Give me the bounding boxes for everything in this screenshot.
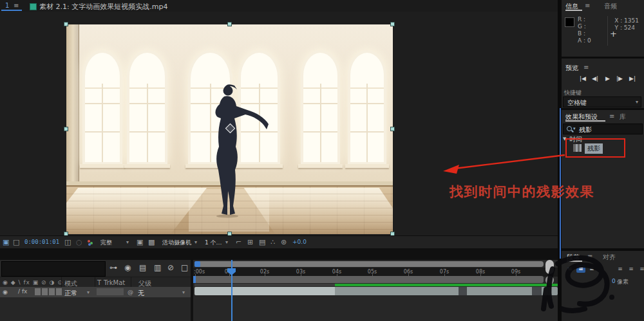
frame-blend-icon[interactable]: ▤ — [139, 263, 146, 272]
parent-pickwhip-icon[interactable]: @ — [128, 289, 133, 295]
shortcut-dropdown[interactable]: 空格键 ▾ — [563, 96, 641, 107]
info-a: A : 0 — [578, 37, 591, 44]
current-timecode[interactable]: 0:00:01:01 — [24, 239, 59, 245]
always-preview-icon[interactable]: ▣ — [3, 238, 9, 246]
info-x: X : 1351 — [614, 17, 639, 24]
info-r: R : — [578, 16, 585, 23]
layer-duration-bar[interactable] — [194, 287, 558, 295]
chevron-down-icon[interactable]: ▾ — [87, 289, 90, 295]
region-of-interest-icon[interactable]: ▣ — [137, 238, 143, 246]
next-frame-button[interactable]: |▶ — [616, 75, 623, 82]
footage-color-icon — [30, 3, 37, 10]
chevron-down-icon[interactable]: ▾ — [182, 289, 185, 295]
blend-mode-dropdown[interactable]: 正常 — [64, 289, 77, 298]
layer-visibility-icon[interactable]: ◉ — [3, 289, 8, 295]
indent-value[interactable]: 0 — [612, 278, 616, 284]
panel-menu-icon[interactable]: ≡ — [583, 64, 589, 71]
justify-left-icon[interactable]: ≡ — [616, 265, 625, 273]
panel-menu-icon[interactable]: ≡ — [609, 113, 614, 120]
panel-menu-icon[interactable]: ≡ — [14, 2, 19, 9]
viewer-toolbar: ▣ □ 0:00:01:01 ◫ ○ 完整 ▾ ▣ ▩ 活动摄像机 ▾ 1 个…… — [0, 235, 558, 249]
timeline-navigator-bar[interactable] — [194, 261, 544, 267]
view-layout-icon[interactable]: □ — [13, 238, 19, 246]
motion-blur-icon[interactable]: ▥ — [154, 263, 161, 272]
color-swatch — [565, 17, 574, 27]
tab-preview[interactable]: 预览 — [565, 64, 578, 73]
play-button[interactable]: ▶ — [605, 75, 610, 82]
fast-preview-icon[interactable]: ⊛ — [281, 238, 287, 246]
footage-tab-title[interactable]: 素材 2.1: 文字动画效果短视频实战.mp4 — [39, 2, 167, 12]
info-b: B : — [578, 30, 585, 37]
justify-center-icon[interactable]: ≡ — [627, 265, 636, 273]
mini-flowchart-icon[interactable]: ⊶ — [109, 263, 117, 272]
brainstorm-icon[interactable]: ⊘ — [167, 263, 174, 272]
align-right-icon[interactable]: ≡ — [587, 265, 596, 273]
camera-view-dropdown[interactable]: 活动摄像机 — [162, 239, 191, 247]
arched-window — [301, 50, 340, 165]
selection-handle[interactable] — [64, 22, 68, 26]
search-icon — [567, 126, 572, 131]
tab-library[interactable]: 库 — [620, 113, 626, 122]
snapshot-icon[interactable]: ◫ — [64, 238, 71, 246]
playhead-line[interactable] — [231, 260, 232, 321]
arched-window — [127, 50, 167, 165]
show-snapshot-icon[interactable]: ○ — [76, 238, 82, 246]
work-area-start[interactable] — [193, 276, 196, 283]
pixel-aspect-icon[interactable]: ∴ — [270, 238, 275, 246]
first-frame-button[interactable]: |◀ — [580, 75, 586, 82]
t-column-header[interactable]: T — [97, 279, 101, 286]
footage-layer[interactable] — [66, 24, 393, 234]
panel-menu-icon[interactable]: ≡ — [587, 253, 592, 260]
selection-handle[interactable] — [390, 127, 395, 131]
mask-visibility-icon[interactable]: ⊞ — [247, 238, 253, 246]
transparency-grid-icon[interactable]: ▩ — [148, 238, 155, 246]
chevron-down-icon[interactable]: ▾ — [126, 239, 129, 245]
grid-guides-icon[interactable]: ⌐ — [236, 238, 242, 246]
view-count-dropdown[interactable]: 1 个… — [205, 239, 222, 247]
trkmat-dropdown[interactable] — [97, 288, 124, 295]
last-frame-button[interactable]: ▶| — [629, 75, 636, 82]
effects-search-box[interactable]: ▾ 残影 — [563, 124, 643, 134]
graph-editor-icon[interactable]: □ — [181, 263, 188, 272]
footage-panel-tabbar: 1 ≡ 素材 2.1: 文字动画效果短视频实战.mp4 — [0, 0, 558, 12]
parent-dropdown[interactable]: 无 — [138, 289, 144, 298]
magnification-dropdown[interactable]: 完整 — [100, 239, 112, 247]
active-tab-underline — [1, 10, 22, 11]
previous-frame-button[interactable]: ◀| — [592, 75, 598, 82]
layer-row[interactable]: ◉ / fx 正常 ▾ @ 无 ▾ — [0, 287, 191, 298]
exposure-value[interactable]: +0.0 — [292, 239, 307, 245]
chevron-down-icon: ▾ — [573, 126, 576, 131]
timeline-graph-area: :00s 01s 02s 03s 04s 05s 06s 07s 08s 09s — [193, 260, 558, 321]
layer-label-chip — [56, 288, 62, 295]
selection-handle[interactable] — [227, 22, 232, 26]
navigator-end-knob[interactable] — [545, 260, 554, 274]
viewer-canvas — [0, 12, 558, 235]
switch-column-icons: ◉ ◆ \ fx ▣ ⊘ ◑ ⊙ — [3, 279, 63, 286]
timeline-left-pane: ⊶ ◉ ▤ ▥ ⊘ □ ◉ ◆ \ fx ▣ ⊘ ◑ ⊙ 模式 T TrkMat… — [0, 260, 191, 321]
chevron-down-icon[interactable]: ▾ — [225, 239, 228, 245]
annotation-note: 找到时间中的残影效果 — [450, 183, 594, 201]
tab-align[interactable]: 对齐 — [603, 253, 616, 262]
info-g: G : — [578, 23, 586, 30]
chevron-down-icon[interactable]: ▾ — [194, 239, 197, 245]
shy-icon[interactable]: ◉ — [124, 263, 131, 272]
render-bar-uncached — [194, 284, 335, 286]
partial-tab[interactable]: 1 — [5, 2, 9, 9]
timeline-timecode-well[interactable] — [1, 261, 106, 277]
red-highlight-rectangle — [565, 138, 625, 158]
layer-fx-badge[interactable]: / fx — [18, 288, 27, 295]
panel-menu-icon[interactable]: ≡ — [585, 2, 590, 9]
time-ruler[interactable]: :00s 01s 02s 03s 04s 05s 06s 07s 08s 09s — [193, 268, 558, 277]
work-area-bar[interactable] — [194, 276, 544, 283]
tab-audio[interactable]: 音频 — [604, 2, 617, 11]
trkmat-column-header[interactable]: TrkMat — [104, 279, 125, 286]
search-input[interactable]: 残影 — [579, 125, 592, 134]
rows-icon[interactable]: ▤ — [259, 238, 265, 246]
align-left-icon[interactable]: ≡ — [565, 265, 574, 273]
navigator-start-handle[interactable] — [194, 261, 200, 267]
selection-handle[interactable] — [64, 127, 68, 131]
align-center-icon[interactable]: ≡ — [576, 265, 585, 273]
selection-handle[interactable] — [390, 22, 395, 26]
video-frame[interactable] — [66, 24, 393, 234]
justify-right-icon[interactable]: ≡ — [638, 265, 644, 273]
